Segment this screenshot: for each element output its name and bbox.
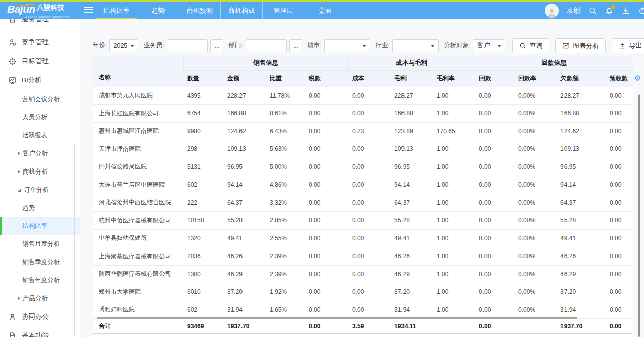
sidebar-item[interactable]: 竞争管理 [0,33,80,52]
query-button[interactable]: 查询 [512,38,549,53]
sidebar-item[interactable]: 销售季度分析 [0,253,80,271]
analysis-target-select[interactable]: 客户 [473,39,505,52]
table-cell: 3.32% [266,194,305,212]
horizontal-scrollbar[interactable] [97,317,577,319]
total-cell: 1937.70 [556,319,606,334]
person-icon [8,313,17,321]
menu-toggle-icon[interactable] [84,7,93,14]
chart-analysis-button[interactable]: 图表分析 [555,38,606,53]
table-cell: 0.00 [475,140,514,158]
table-cell: 2.85% [266,212,305,230]
sidebar-item[interactable]: 活跃报表 [0,126,80,144]
sidebar-item-label: 人员分析 [22,113,47,122]
table-cell: 0.00 [305,212,348,230]
table-cell: 天津市津南医院 [93,140,183,158]
table-cell: 298 [183,140,223,158]
vertical-scrollbar[interactable] [638,94,640,337]
table-cell: 0.00% [514,87,556,105]
sidebar-item-label: 服务管理 [22,19,49,24]
table-cell: 228.27 [390,87,433,105]
table-cell: 郑州市大学医院 [93,283,183,301]
top-tab[interactable]: 管理层 [263,2,304,19]
department-browse-button[interactable]: ... [289,39,302,52]
table-row: 郑州市大学医院601037.201.92%0.000.0037.201.000.… [93,283,633,301]
sidebar-item[interactable]: 销售月度分析 [0,235,80,253]
sidebar-item-label: 基本功能 [22,331,49,337]
export-button[interactable]: 导出 [612,38,644,53]
sidebar-item[interactable]: 客户分析 [0,144,80,162]
department-input[interactable] [246,39,287,52]
accent-top-line [0,0,644,2]
table-cell: 0.00 [475,122,514,140]
sidebar-item[interactable]: 目标管理 [0,52,80,71]
table-cell: 31.94 [556,301,606,319]
sidebar-scrollbar[interactable] [74,143,75,337]
bi-icon [8,76,17,85]
top-tab[interactable]: 桌面 [304,2,346,19]
sidebar-item[interactable]: 订单分析 [0,181,80,199]
table-cell: 0.00% [514,105,556,123]
top-tab[interactable]: 趋势 [137,2,179,19]
table-cell: 602 [183,301,223,319]
sidebar-item-label: 活跃报表 [22,131,47,140]
sidebar-item-label: BI分析 [22,76,42,85]
sidebar-item-label: 商机分析 [23,167,48,176]
table-cell: 0.00 [305,176,348,194]
table-cell: 2.39% [266,247,305,266]
sidebar-item[interactable]: 基本功能 [0,326,80,337]
top-tab[interactable]: 商机构成 [221,2,263,19]
column-header: 数量 [183,70,223,87]
top-tab[interactable]: 结构比率 [96,2,137,19]
competition-icon [8,38,17,47]
table-cell: 0.00 [475,283,514,301]
table-cell: 37.20 [390,283,433,301]
city-select[interactable] [324,39,370,52]
sidebar-item[interactable]: BI分析 [0,71,80,90]
triangle-right-icon [18,151,20,155]
table-cell: 0.00% [514,158,556,176]
main-content: 年份: 2025 业务员: ... 部门: ... 城市: [80,19,644,337]
sidebar-item[interactable]: 商机分析 [0,162,80,181]
power-icon[interactable] [638,6,644,15]
sidebar-item[interactable]: 销售年度分析 [0,271,80,289]
table-cell: 37.20 [556,283,606,301]
export-button-label: 导出 [629,41,642,50]
table-row: 陕西华鹏医疗器械有限公司130046.292.39%0.000.0046.291… [93,265,633,283]
sidebar-item-label: 销售年度分析 [22,276,60,285]
table-cell: 0.00 [348,105,390,123]
sidebar-item[interactable]: 趋势 [0,199,80,217]
sidebar-item[interactable]: 人员分析 [0,108,80,126]
settings-gear-icon[interactable]: ⚙ [634,74,641,82]
year-select[interactable]: 2025 [109,39,138,52]
table-cell: 109.13 [556,140,606,158]
sidebar-item[interactable]: 服务管理 [0,19,80,26]
table-cell: 46.29 [223,265,266,283]
table-row: 天津市津南医院298109.135.63%0.000.00109.131.000… [93,140,633,158]
filter-city: 城市: [307,39,370,52]
bell-icon[interactable] [605,6,614,15]
sidebar-item-label: 趋势 [22,204,35,212]
table-cell: 0.00 [305,229,348,247]
table-cell: 0.00 [606,229,633,247]
sidebar-item[interactable]: 营销会议分析 [0,90,80,108]
salesperson-browse-button[interactable]: ... [210,39,223,52]
sidebar-item[interactable]: 结构比率 [0,217,80,235]
avatar[interactable] [545,4,559,18]
sidebar-item-label: 销售季度分析 [22,258,60,267]
table-cell: 170.65 [433,122,475,140]
column-header: 成本 [348,70,390,87]
salesperson-input[interactable] [167,39,208,52]
header-user-area: 袁朗 [545,2,644,19]
sidebar-item[interactable]: 协同办公 [0,307,80,326]
total-cell: 3.59 [348,319,390,334]
industry-select[interactable] [392,39,439,52]
download-icon[interactable] [621,6,630,15]
search-icon[interactable] [588,6,597,15]
table-cell: 0.00 [606,140,633,158]
user-name[interactable]: 袁朗 [567,6,581,15]
table-cell: 上海长虹医院有限公司 [93,105,183,123]
table-row: 成都市第九人民医院4395228.2711.78%0.000.00228.271… [93,87,633,105]
sidebar-item[interactable]: 产品分析 [0,289,80,307]
top-tab[interactable]: 商机预测 [179,2,221,19]
table-cell: 96.95 [556,158,606,176]
